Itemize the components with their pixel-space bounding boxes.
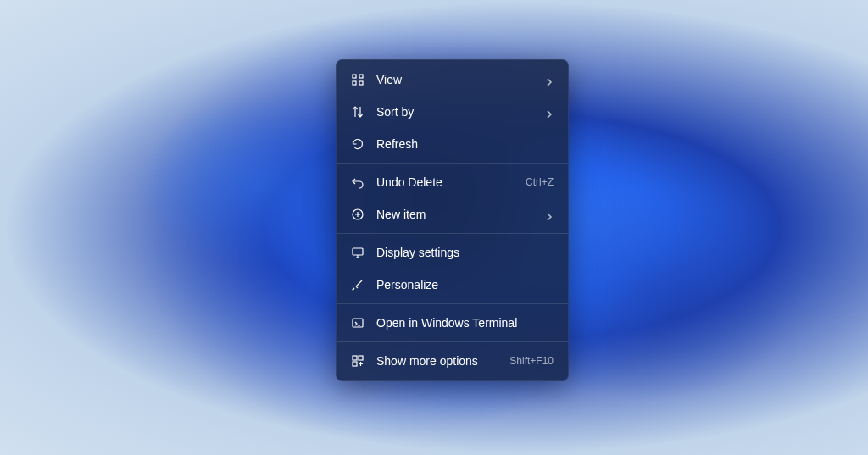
sort-icon [351, 105, 364, 119]
menu-item-display-settings[interactable]: Display settings [339, 236, 565, 269]
plus-circle-icon [351, 208, 364, 221]
menu-item-personalize[interactable]: Personalize [339, 269, 565, 301]
menu-item-new-item[interactable]: New item [339, 198, 565, 230]
menu-separator [337, 163, 568, 164]
svg-rect-8 [359, 356, 363, 360]
menu-item-refresh[interactable]: Refresh [339, 128, 565, 160]
more-icon [351, 354, 364, 368]
menu-item-sort-by[interactable]: Sort by [339, 96, 565, 128]
svg-rect-7 [353, 356, 357, 360]
display-icon [351, 246, 364, 259]
chevron-right-icon [545, 108, 554, 116]
menu-label: Refresh [376, 137, 554, 151]
menu-separator [337, 303, 568, 304]
menu-item-undo-delete[interactable]: Undo Delete Ctrl+Z [339, 166, 565, 198]
menu-label: Open in Windows Terminal [376, 316, 554, 330]
menu-item-view[interactable]: View [339, 64, 565, 96]
svg-rect-9 [353, 362, 357, 366]
svg-rect-0 [353, 75, 356, 78]
menu-separator [337, 233, 568, 234]
brush-icon [351, 278, 364, 291]
refresh-icon [351, 137, 364, 151]
undo-icon [351, 175, 364, 189]
menu-shortcut: Shift+F10 [509, 355, 554, 367]
terminal-icon [351, 316, 364, 330]
menu-label: View [376, 73, 538, 86]
menu-label: Show more options [376, 354, 503, 368]
menu-label: Display settings [376, 246, 554, 259]
menu-item-show-more[interactable]: Show more options Shift+F10 [339, 345, 565, 377]
svg-rect-3 [359, 81, 363, 85]
grid-icon [351, 73, 364, 86]
chevron-right-icon [545, 210, 554, 219]
menu-shortcut: Ctrl+Z [526, 176, 554, 188]
svg-rect-5 [353, 248, 363, 255]
desktop-context-menu: View Sort by Refresh Undo Delete Ctrl+Z … [336, 59, 569, 381]
menu-label: Undo Delete [376, 175, 519, 189]
menu-label: New item [376, 208, 538, 221]
svg-rect-1 [359, 75, 363, 78]
menu-separator [337, 341, 568, 342]
menu-label: Personalize [376, 278, 554, 291]
menu-label: Sort by [376, 105, 538, 119]
chevron-right-icon [545, 75, 554, 84]
svg-rect-2 [353, 81, 356, 85]
menu-item-open-terminal[interactable]: Open in Windows Terminal [339, 307, 565, 339]
